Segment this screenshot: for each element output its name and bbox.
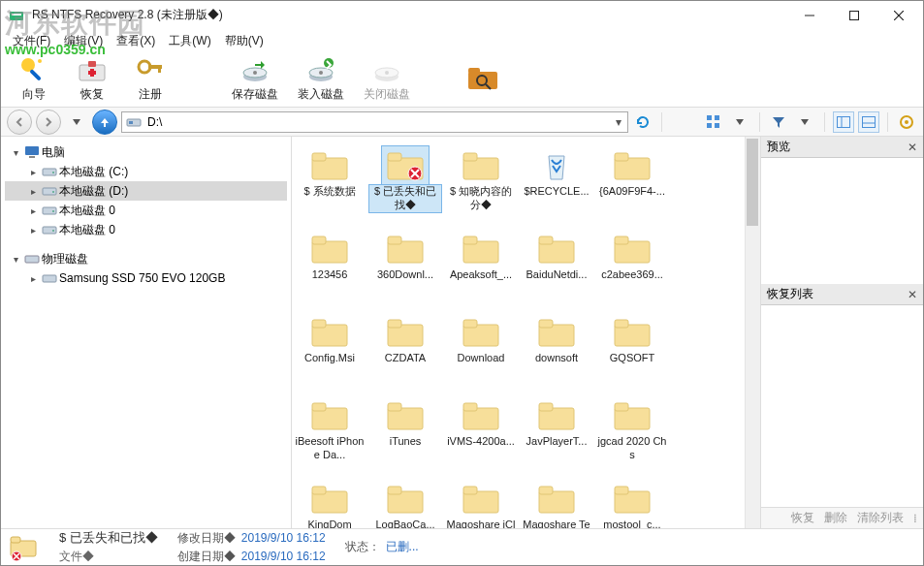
file-item[interactable]: $ 知晓内容的分◆ xyxy=(443,144,519,224)
more-button[interactable]: ⁞ xyxy=(913,512,917,525)
close-button[interactable] xyxy=(876,1,921,30)
close-disk-button[interactable]: 关闭磁盘 xyxy=(356,53,418,106)
restore-list-close-icon[interactable]: ✕ xyxy=(908,288,917,301)
delete-button[interactable]: 删除 xyxy=(824,510,847,526)
preview-header: 预览 ✕ xyxy=(761,137,923,158)
file-item[interactable]: GQSOFT xyxy=(594,311,670,391)
file-item[interactable]: $ 已丢失和已找◆ xyxy=(367,144,443,224)
file-item[interactable]: iVMS-4200a... xyxy=(443,394,519,474)
file-label: c2abee369... xyxy=(601,268,663,282)
file-item[interactable]: iBeesoft iPhone Da... xyxy=(292,394,367,474)
menu-file[interactable]: 文件(F) xyxy=(7,31,56,51)
main-split: ▾ 电脑 ▸ 本地磁盘 (C:)▸ 本地磁盘 (D:)▸ 本地磁盘 0▸ 本地磁… xyxy=(1,137,923,528)
file-item[interactable]: 360Downl... xyxy=(367,228,443,307)
register-button[interactable]: 注册 xyxy=(123,53,177,106)
preview-body xyxy=(761,158,923,284)
svg-rect-88 xyxy=(388,403,401,411)
mount-disk-button[interactable]: 装入磁盘 xyxy=(290,53,352,106)
menu-edit[interactable]: 编辑(V) xyxy=(58,31,109,51)
search-folder-button[interactable] xyxy=(455,53,509,106)
chevron-right-icon[interactable]: ▸ xyxy=(26,273,40,284)
file-label: JavPlayerT... xyxy=(526,435,588,449)
file-item[interactable]: JavPlayerT... xyxy=(519,394,594,474)
file-item[interactable]: c2abee369... xyxy=(594,228,670,307)
svg-rect-50 xyxy=(43,227,56,234)
file-item[interactable]: $ 系统数据 xyxy=(292,144,367,224)
key-icon xyxy=(135,55,166,86)
chevron-right-icon[interactable]: ▸ xyxy=(26,205,40,216)
tree-node-physical[interactable]: ▾ 物理磁盘 xyxy=(5,249,287,268)
panel-toggle-1[interactable] xyxy=(833,111,854,133)
svg-point-41 xyxy=(905,120,908,124)
file-item[interactable]: BaiduNetdi... xyxy=(519,228,594,307)
address-dropdown[interactable]: ▾ xyxy=(610,115,627,129)
wizard-button[interactable]: 向导 xyxy=(7,53,61,106)
file-item[interactable]: $RECYCLE... xyxy=(519,144,594,224)
file-item[interactable]: mostool_c... xyxy=(594,478,670,528)
tree-node-drive[interactable]: ▸ 本地磁盘 (C:) xyxy=(5,162,287,181)
restore-list-footer: 恢复 删除 清除列表 ⁞ xyxy=(761,507,923,528)
tree-label: Samsung SSD 750 EVO 120GB xyxy=(59,271,225,285)
file-item[interactable]: Download xyxy=(443,311,519,391)
folder-icon xyxy=(382,230,429,268)
menu-help[interactable]: 帮助(V) xyxy=(219,31,270,51)
status-folder-icon xyxy=(9,532,40,563)
refresh-button[interactable] xyxy=(632,111,653,133)
view-mode-dropdown[interactable] xyxy=(728,110,751,134)
folder-icon xyxy=(306,146,353,185)
file-item[interactable]: Magoshare iCloud B... xyxy=(443,478,519,528)
tree-pane[interactable]: ▾ 电脑 ▸ 本地磁盘 (C:)▸ 本地磁盘 (D:)▸ 本地磁盘 0▸ 本地磁… xyxy=(1,137,292,528)
file-item[interactable]: Apeaksoft_... xyxy=(443,228,519,307)
filter-dropdown[interactable] xyxy=(793,110,816,134)
chevron-right-icon[interactable]: ▸ xyxy=(26,186,40,197)
menu-tools[interactable]: 工具(W) xyxy=(163,31,216,51)
recover-label: 恢复 xyxy=(80,86,104,103)
nav-up-button[interactable] xyxy=(92,110,117,135)
options-button[interactable] xyxy=(896,111,917,133)
file-item[interactable]: LogBaoCa... xyxy=(367,478,443,528)
tree-node-physical-disk[interactable]: ▸ Samsung SSD 750 EVO 120GB xyxy=(5,268,287,288)
folder-icon xyxy=(306,480,353,519)
filter-button[interactable] xyxy=(768,111,789,133)
svg-rect-52 xyxy=(25,256,39,263)
file-item[interactable]: 123456 xyxy=(292,228,367,307)
scrollbar-thumb[interactable] xyxy=(747,139,758,226)
scrollbar-vertical[interactable] xyxy=(745,137,760,528)
tree-node-drive[interactable]: ▸ 本地磁盘 0 xyxy=(5,220,287,239)
chevron-down-icon[interactable]: ▾ xyxy=(9,254,22,265)
chevron-right-icon[interactable]: ▸ xyxy=(26,167,40,177)
tree-node-drive[interactable]: ▸ 本地磁盘 0 xyxy=(5,201,287,220)
folder-icon xyxy=(306,396,353,435)
preview-close-icon[interactable]: ✕ xyxy=(908,141,917,154)
view-mode-button[interactable] xyxy=(703,111,724,133)
file-item[interactable]: downsoft xyxy=(519,311,594,391)
save-disk-button[interactable]: 保存磁盘 xyxy=(224,53,286,106)
file-item[interactable]: Config.Msi xyxy=(292,311,367,391)
file-pane[interactable]: $ 系统数据 $ 已丢失和已找◆ $ 知晓内容的分◆ $RECYCLE... {… xyxy=(292,137,760,528)
main-toolbar: 向导 恢复 注册 保存磁盘 装入磁盘 关闭磁盘 xyxy=(1,51,923,108)
chevron-down-icon[interactable]: ▾ xyxy=(9,147,22,158)
address-input[interactable] xyxy=(147,115,610,129)
file-item[interactable]: iTunes xyxy=(367,394,443,474)
clear-list-button[interactable]: 清除列表 xyxy=(857,510,904,526)
file-item[interactable]: CZDATA xyxy=(367,311,443,391)
panel-toggle-2[interactable] xyxy=(858,111,879,133)
nav-history-dropdown[interactable] xyxy=(65,110,88,134)
menu-view[interactable]: 查看(X) xyxy=(111,31,161,51)
restore-button[interactable]: 恢复 xyxy=(791,510,814,526)
svg-rect-43 xyxy=(29,156,35,158)
nav-forward-button[interactable] xyxy=(36,110,61,135)
file-item[interactable]: KingDom xyxy=(292,478,367,528)
file-label: 123456 xyxy=(312,268,348,282)
maximize-button[interactable] xyxy=(832,1,876,30)
recover-button[interactable]: 恢复 xyxy=(65,53,119,106)
file-item[interactable]: jgcad 2020 Chs xyxy=(594,394,670,474)
file-item[interactable]: Magoshare Temp Ba... xyxy=(519,478,594,528)
address-box[interactable]: ▾ xyxy=(121,111,628,133)
tree-node-drive[interactable]: ▸ 本地磁盘 (D:) xyxy=(5,181,287,201)
file-item[interactable]: {6A09F9F4-... xyxy=(594,144,670,224)
minimize-button[interactable] xyxy=(787,1,832,30)
chevron-right-icon[interactable]: ▸ xyxy=(26,225,40,236)
nav-back-button[interactable] xyxy=(7,110,32,135)
tree-node-computer[interactable]: ▾ 电脑 xyxy=(5,142,287,162)
